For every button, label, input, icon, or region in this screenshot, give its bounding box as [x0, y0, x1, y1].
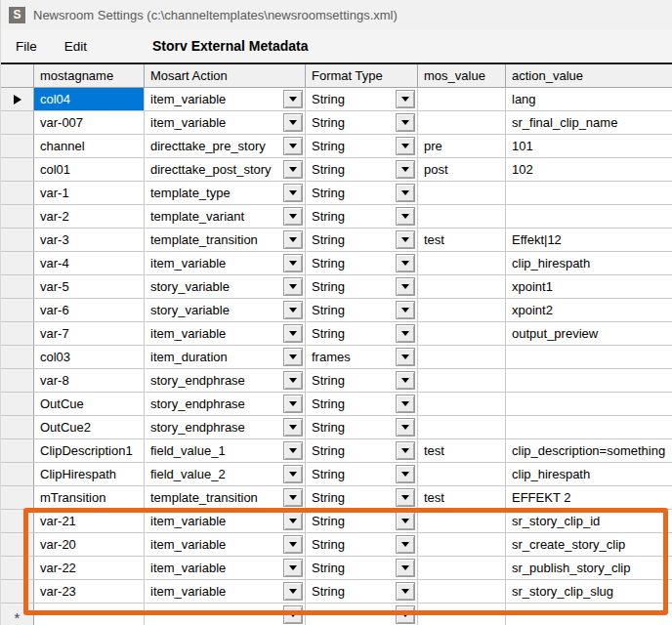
mosart-action-cell-dropdown-button[interactable]: [283, 160, 303, 179]
format-type-cell-dropdown-button[interactable]: [396, 301, 415, 319]
mosart-action-cell[interactable]: story_endphrase: [145, 393, 306, 416]
format-type-cell[interactable]: String: [306, 111, 418, 135]
format-type-cell[interactable]: String: [306, 463, 418, 486]
mos-value-cell[interactable]: [418, 463, 506, 486]
format-type-cell[interactable]: String: [306, 299, 418, 322]
format-type-cell-dropdown-button[interactable]: [396, 230, 415, 249]
mosart-action-cell-dropdown-button[interactable]: [283, 184, 303, 202]
row-header-cell[interactable]: [1, 533, 34, 557]
format-type-cell[interactable]: String: [306, 557, 418, 580]
mos-value-cell[interactable]: [418, 533, 506, 557]
col-header-format-type[interactable]: Format Type: [306, 64, 418, 88]
format-type-cell[interactable]: String: [306, 88, 418, 111]
row-header-cell[interactable]: [1, 299, 34, 322]
mostagname-cell[interactable]: OutCue2: [34, 416, 145, 439]
mosart-action-cell-dropdown-button[interactable]: [283, 465, 303, 483]
format-type-cell-dropdown-button[interactable]: [396, 324, 415, 343]
mosart-action-cell-dropdown-button[interactable]: [283, 207, 303, 226]
col-header-mostagname[interactable]: mostagname: [34, 64, 145, 88]
mosart-action-cell[interactable]: item_duration: [145, 346, 306, 369]
col-header-mosart-action[interactable]: Mosart Action: [145, 64, 306, 88]
row-header-cell[interactable]: [1, 135, 34, 158]
mostagname-cell[interactable]: col04: [34, 88, 145, 111]
mosart-action-cell-dropdown-button[interactable]: [283, 324, 303, 343]
format-type-cell-dropdown-button[interactable]: [396, 465, 415, 483]
action-value-cell[interactable]: sr_final_clip_name: [506, 111, 672, 135]
mosart-action-cell[interactable]: story_variable: [145, 299, 306, 322]
row-header-cell[interactable]: [1, 111, 34, 135]
mostagname-cell[interactable]: var-4: [34, 252, 145, 275]
mos-value-cell[interactable]: [418, 557, 506, 580]
mosart-action-cell[interactable]: item_variable: [145, 322, 306, 346]
mosart-action-cell-dropdown-button[interactable]: [283, 441, 303, 460]
format-type-cell[interactable]: String: [306, 205, 418, 229]
mosart-action-cell-dropdown-button[interactable]: [283, 559, 303, 577]
mostagname-cell[interactable]: var-1: [34, 182, 145, 205]
mostagname-cell[interactable]: OutCue: [34, 393, 145, 416]
format-type-cell-dropdown-button[interactable]: [396, 90, 415, 108]
format-type-cell[interactable]: String: [306, 369, 418, 393]
format-type-cell[interactable]: [306, 604, 418, 625]
mostagname-cell[interactable]: var-007: [34, 111, 145, 135]
format-type-cell[interactable]: String: [306, 510, 418, 533]
mos-value-cell[interactable]: test: [418, 486, 506, 510]
mos-value-cell[interactable]: post: [418, 158, 506, 182]
col-header-action-value[interactable]: action_value: [506, 64, 672, 88]
menu-edit[interactable]: Edit: [55, 35, 97, 58]
mos-value-cell[interactable]: [418, 580, 506, 604]
mosart-action-cell[interactable]: field_value_2: [145, 463, 306, 486]
format-type-cell-dropdown-button[interactable]: [396, 184, 415, 202]
row-header-cell[interactable]: [1, 580, 34, 604]
format-type-cell[interactable]: String: [306, 158, 418, 182]
mosart-action-cell-dropdown-button[interactable]: [283, 277, 303, 296]
mosart-action-cell[interactable]: item_variable: [145, 510, 306, 533]
format-type-cell-dropdown-button[interactable]: [396, 277, 415, 296]
mosart-action-cell-dropdown-button[interactable]: [283, 395, 303, 413]
row-header-cell[interactable]: *: [1, 604, 34, 625]
mosart-action-cell-dropdown-button[interactable]: [283, 605, 303, 624]
action-value-cell[interactable]: [506, 416, 672, 439]
format-type-cell-dropdown-button[interactable]: [396, 441, 415, 460]
mos-value-cell[interactable]: [418, 416, 506, 439]
mosart-action-cell-dropdown-button[interactable]: [283, 301, 303, 319]
mos-value-cell[interactable]: [418, 604, 506, 625]
mosart-action-cell[interactable]: story_endphrase: [145, 416, 306, 439]
action-value-cell[interactable]: xpoint2: [506, 299, 672, 322]
row-header-cell[interactable]: [1, 229, 34, 252]
row-header-cell[interactable]: [1, 463, 34, 486]
mosart-action-cell[interactable]: [145, 604, 306, 625]
format-type-cell-dropdown-button[interactable]: [396, 137, 415, 155]
mos-value-cell[interactable]: test: [418, 439, 506, 463]
format-type-cell-dropdown-button[interactable]: [396, 559, 415, 577]
format-type-cell[interactable]: String: [306, 580, 418, 604]
row-header-cell[interactable]: [1, 393, 34, 416]
row-header-cell[interactable]: [1, 275, 34, 299]
mostagname-cell[interactable]: var-3: [34, 229, 145, 252]
action-value-cell[interactable]: [506, 604, 672, 625]
action-value-cell[interactable]: clip_hirespath: [506, 252, 672, 275]
mostagname-cell[interactable]: ClipHirespath: [34, 463, 145, 486]
mosart-action-cell-dropdown-button[interactable]: [283, 90, 303, 108]
mosart-action-cell-dropdown-button[interactable]: [283, 512, 303, 530]
action-value-cell[interactable]: sr_publish_story_clip: [506, 557, 672, 580]
action-value-cell[interactable]: Effekt|12: [506, 229, 672, 252]
mosart-action-cell-dropdown-button[interactable]: [283, 418, 303, 437]
format-type-cell[interactable]: String: [306, 322, 418, 346]
mosart-action-cell-dropdown-button[interactable]: [283, 230, 303, 249]
mostagname-cell[interactable]: var-2: [34, 205, 145, 229]
row-header-cell[interactable]: [1, 416, 34, 439]
format-type-cell[interactable]: String: [306, 416, 418, 439]
format-type-cell-dropdown-button[interactable]: [396, 348, 415, 366]
mosart-action-cell-dropdown-button[interactable]: [283, 535, 303, 554]
action-value-cell[interactable]: lang: [506, 88, 672, 111]
mosart-action-cell-dropdown-button[interactable]: [283, 582, 303, 601]
row-header-cell[interactable]: [1, 557, 34, 580]
format-type-cell[interactable]: String: [306, 439, 418, 463]
format-type-cell[interactable]: String: [306, 182, 418, 205]
action-value-cell[interactable]: [506, 205, 672, 229]
mostagname-cell[interactable]: var-20: [34, 533, 145, 557]
mostagname-cell[interactable]: channel: [34, 135, 145, 158]
mosart-action-cell-dropdown-button[interactable]: [283, 137, 303, 155]
format-type-cell-dropdown-button[interactable]: [396, 254, 415, 272]
mostagname-cell[interactable]: [34, 604, 145, 625]
